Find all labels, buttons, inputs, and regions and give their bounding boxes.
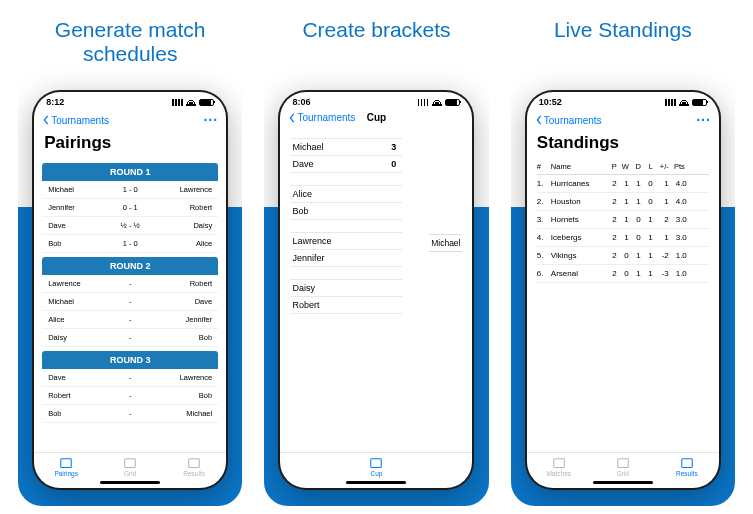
column-header: Name bbox=[551, 162, 605, 171]
back-button[interactable]: Tournaments bbox=[535, 115, 602, 126]
player-1: Michael bbox=[292, 142, 323, 152]
standings-row[interactable]: 6.Arsenal2011-31.0 bbox=[537, 265, 709, 283]
player-1: Bob bbox=[48, 239, 112, 248]
cell-gd: -2 bbox=[653, 251, 669, 260]
bracket-match[interactable]: LawrenceJennifer bbox=[290, 232, 402, 267]
battery-icon bbox=[445, 99, 460, 106]
back-button[interactable]: Tournaments bbox=[42, 115, 109, 126]
player-2: Robert bbox=[148, 279, 212, 288]
bracket-match[interactable]: Michael3Dave0 bbox=[290, 138, 402, 173]
score: ½ - ½ bbox=[112, 221, 148, 230]
score-1 bbox=[396, 236, 400, 246]
match-row[interactable]: Michael1 - 0Lawrence bbox=[42, 181, 218, 199]
player-2: Dave bbox=[292, 159, 313, 169]
more-button[interactable]: ··· bbox=[203, 112, 218, 128]
column-header: D bbox=[629, 162, 641, 171]
player-1: Daisy bbox=[292, 283, 315, 293]
tab-cup[interactable]: Cup bbox=[346, 457, 406, 477]
tab-matches[interactable]: Matches bbox=[527, 457, 591, 477]
panel-standings: Live Standings 10:52 Tournaments ··· Sta… bbox=[511, 8, 735, 506]
wifi-icon bbox=[679, 99, 689, 106]
cell-rank: 3. bbox=[537, 215, 551, 224]
tab-label: Cup bbox=[346, 470, 406, 477]
cell-d: 0 bbox=[629, 215, 641, 224]
back-button[interactable]: Tournaments bbox=[288, 112, 355, 123]
match-row[interactable]: Robert-Bob bbox=[42, 387, 218, 405]
cell-l: 1 bbox=[641, 215, 653, 224]
caption-standings: Live Standings bbox=[511, 8, 735, 46]
standings-row[interactable]: 1.Hurricanes211014.0 bbox=[537, 175, 709, 193]
status-bar: 8:12 bbox=[34, 92, 226, 109]
battery-icon bbox=[692, 99, 707, 106]
tab-pairings[interactable]: Pairings bbox=[34, 457, 98, 477]
bracket-next-slot[interactable]: Michael bbox=[429, 234, 462, 252]
tab-label: Matches bbox=[527, 470, 591, 477]
battery-icon bbox=[199, 99, 214, 106]
cell-pts: 3.0 bbox=[669, 215, 687, 224]
player-2: Lawrence bbox=[148, 185, 212, 194]
pairings-content[interactable]: ROUND 1Michael1 - 0LawrenceJennifer0 - 1… bbox=[34, 159, 226, 452]
match-row[interactable]: Michael-Dave bbox=[42, 293, 218, 311]
tab-grid[interactable]: Grid bbox=[591, 457, 655, 477]
back-label: Tournaments bbox=[51, 115, 109, 126]
standings-row[interactable]: 4.Icebergs210113.0 bbox=[537, 229, 709, 247]
player-1: Robert bbox=[48, 391, 112, 400]
page-title: Standings bbox=[527, 131, 719, 159]
tab-icon bbox=[616, 457, 630, 469]
cell-gd: 1 bbox=[653, 197, 669, 206]
cell-p: 2 bbox=[605, 179, 617, 188]
tab-bar: Cup bbox=[280, 452, 472, 479]
bracket-match[interactable]: DaisyRobert bbox=[290, 279, 402, 314]
player-2: Jennifer bbox=[292, 253, 324, 263]
cell-name: Icebergs bbox=[551, 233, 605, 242]
standings-row[interactable]: 5.Vikings2011-21.0 bbox=[537, 247, 709, 265]
player-2: Dave bbox=[148, 297, 212, 306]
bracket-match[interactable]: AliceBob bbox=[290, 185, 402, 220]
column-header: P bbox=[605, 162, 617, 171]
cell-d: 0 bbox=[629, 233, 641, 242]
cell-w: 1 bbox=[617, 215, 629, 224]
score: 1 - 0 bbox=[112, 185, 148, 194]
standings-row[interactable]: 3.Hornets210123.0 bbox=[537, 211, 709, 229]
phone-pairings: 8:12 Tournaments ··· Pairings ROUND 1Mic… bbox=[34, 92, 226, 488]
home-indicator[interactable] bbox=[100, 481, 160, 484]
home-indicator[interactable] bbox=[593, 481, 653, 484]
wifi-icon bbox=[432, 99, 442, 106]
match-row[interactable]: Jennifer0 - 1Robert bbox=[42, 199, 218, 217]
tab-results[interactable]: Results bbox=[162, 457, 226, 477]
status-bar: 10:52 bbox=[527, 92, 719, 109]
cell-p: 2 bbox=[605, 197, 617, 206]
tab-bar: PairingsGridResults bbox=[34, 452, 226, 479]
tab-grid[interactable]: Grid bbox=[98, 457, 162, 477]
more-button[interactable]: ··· bbox=[696, 112, 711, 128]
caption-schedules: Generate match schedules bbox=[18, 8, 242, 70]
match-row[interactable]: Bob1 - 0Alice bbox=[42, 235, 218, 253]
cell-l: 0 bbox=[641, 197, 653, 206]
match-row[interactable]: Dave½ - ½Daisy bbox=[42, 217, 218, 235]
match-row[interactable]: Bob-Michael bbox=[42, 405, 218, 423]
bracket-content[interactable]: Michael3Dave0AliceBobLawrenceJenniferDai… bbox=[280, 126, 472, 452]
home-indicator[interactable] bbox=[346, 481, 406, 484]
cell-gd: -3 bbox=[653, 269, 669, 278]
score: - bbox=[112, 333, 148, 342]
match-row[interactable]: Daisy-Bob bbox=[42, 329, 218, 347]
page-title: Pairings bbox=[34, 131, 226, 159]
standings-row[interactable]: 2.Houston211014.0 bbox=[537, 193, 709, 211]
score: - bbox=[112, 297, 148, 306]
nav-bar: Tournaments Cup bbox=[280, 109, 472, 126]
match-row[interactable]: Lawrence-Robert bbox=[42, 275, 218, 293]
cell-rank: 2. bbox=[537, 197, 551, 206]
panel-brackets: Create brackets 8:06 Tournaments Cup Mic… bbox=[264, 8, 488, 506]
tab-results[interactable]: Results bbox=[655, 457, 719, 477]
player-1: Dave bbox=[48, 221, 112, 230]
score-1 bbox=[396, 189, 400, 199]
svg-rect-4 bbox=[554, 459, 565, 468]
round-header: ROUND 3 bbox=[42, 351, 218, 369]
match-row[interactable]: Alice-Jennifer bbox=[42, 311, 218, 329]
match-row[interactable]: Dave-Lawrence bbox=[42, 369, 218, 387]
tab-label: Results bbox=[655, 470, 719, 477]
nav-bar: Tournaments ··· bbox=[527, 109, 719, 131]
cell-pts: 3.0 bbox=[669, 233, 687, 242]
tab-label: Grid bbox=[591, 470, 655, 477]
standings-content[interactable]: #NamePWDL+/-Pts1.Hurricanes211014.02.Hou… bbox=[527, 159, 719, 452]
